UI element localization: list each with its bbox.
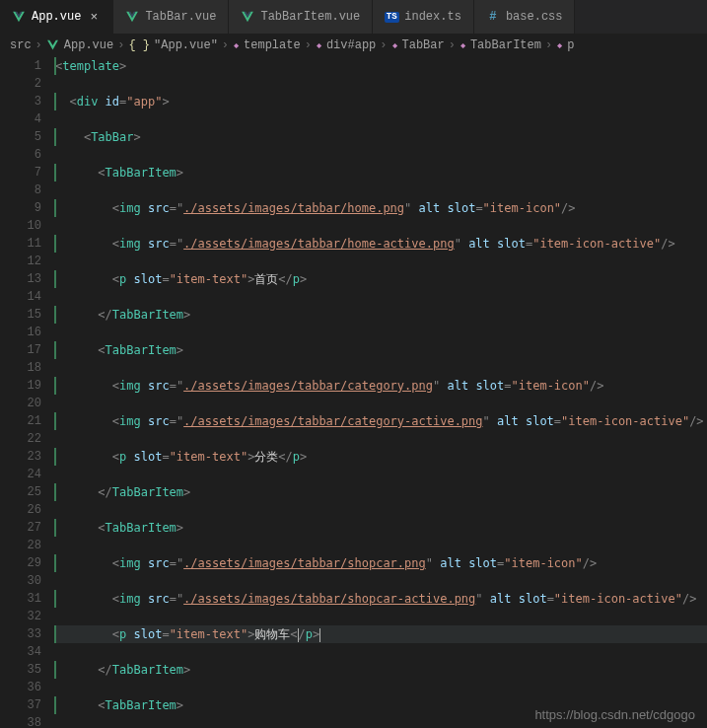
breadcrumb-item[interactable]: TabBarItem bbox=[470, 38, 541, 52]
chevron-right-icon: › bbox=[449, 38, 456, 52]
line-number-gutter: 1234567891011121314151617181920212223242… bbox=[0, 57, 55, 728]
tab-base-css[interactable]: # base.css bbox=[474, 0, 576, 34]
chevron-right-icon: › bbox=[35, 38, 42, 52]
breadcrumb-item[interactable]: p bbox=[567, 38, 574, 52]
tab-label: index.ts bbox=[404, 10, 461, 24]
breadcrumb-item[interactable]: src bbox=[10, 38, 32, 52]
breadcrumb[interactable]: src › App.vue › { } "App.vue" › ⬥ templa… bbox=[0, 34, 707, 57]
tab-app-vue[interactable]: App.vue × bbox=[0, 0, 113, 34]
editor[interactable]: 1234567891011121314151617181920212223242… bbox=[0, 57, 707, 728]
code-area[interactable]: <template> <div id="app"> <TabBar> <TabB… bbox=[55, 57, 707, 728]
vue-icon bbox=[12, 10, 26, 24]
watermark-text: https://blog.csdn.net/cdgogo bbox=[534, 707, 695, 722]
breadcrumb-item[interactable]: App.vue bbox=[64, 38, 113, 52]
ts-icon: TS bbox=[385, 10, 398, 24]
tag-icon: ⬥ bbox=[316, 38, 322, 52]
vue-icon bbox=[241, 10, 254, 24]
chevron-right-icon: › bbox=[222, 38, 229, 52]
tab-tabbaritem-vue[interactable]: TabBarItem.vue bbox=[229, 0, 373, 34]
chevron-right-icon: › bbox=[305, 38, 312, 52]
tab-bar: App.vue × TabBar.vue TabBarItem.vue TS i… bbox=[0, 0, 707, 34]
tab-tabbar-vue[interactable]: TabBar.vue bbox=[113, 0, 229, 34]
tab-index-ts[interactable]: TS index.ts bbox=[373, 0, 474, 34]
tab-label: TabBar.vue bbox=[145, 10, 216, 24]
tag-icon: ⬥ bbox=[233, 38, 240, 52]
tag-icon: ⬥ bbox=[391, 38, 398, 52]
chevron-right-icon: › bbox=[545, 38, 552, 52]
hash-icon: # bbox=[486, 10, 500, 24]
chevron-right-icon: › bbox=[117, 38, 124, 52]
braces-icon: { } bbox=[128, 38, 150, 52]
tag-icon: ⬥ bbox=[556, 38, 563, 52]
breadcrumb-item[interactable]: TabBar bbox=[402, 38, 445, 52]
tab-label: base.css bbox=[506, 10, 563, 24]
breadcrumb-item[interactable]: "App.vue" bbox=[154, 38, 218, 52]
tab-label: App.vue bbox=[32, 10, 81, 24]
tab-label: TabBarItem.vue bbox=[260, 10, 360, 24]
vue-icon bbox=[46, 38, 60, 52]
vue-icon bbox=[125, 10, 139, 24]
chevron-right-icon: › bbox=[380, 38, 387, 52]
breadcrumb-item[interactable]: div#app bbox=[326, 38, 376, 52]
tag-icon: ⬥ bbox=[460, 38, 466, 52]
close-icon[interactable]: × bbox=[87, 10, 101, 25]
breadcrumb-item[interactable]: template bbox=[244, 38, 301, 52]
